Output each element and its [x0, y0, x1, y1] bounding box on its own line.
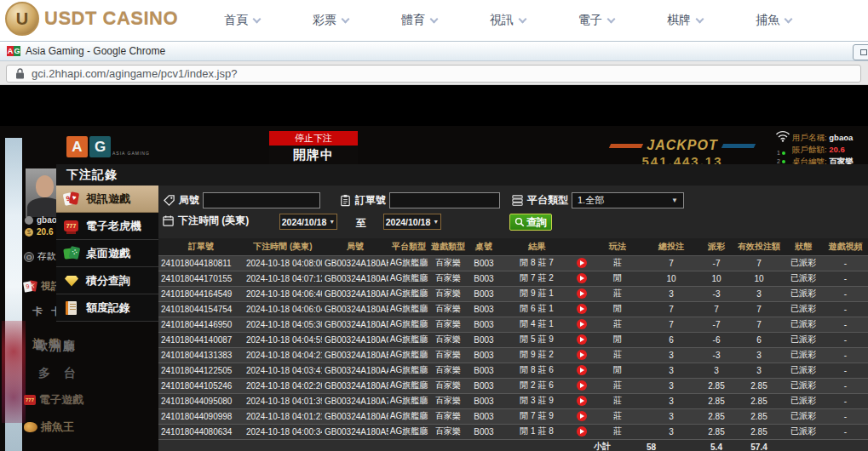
- opening-cards-status: 開牌中: [269, 146, 358, 165]
- cell-status: 已派彩: [784, 317, 823, 332]
- nav-item-sports[interactable]: 體育: [375, 13, 463, 28]
- play-video-button[interactable]: [577, 288, 587, 299]
- cell-round-no: GB00324A180AD: [322, 317, 388, 332]
- window-control-button[interactable]: [853, 44, 868, 60]
- cell-status: 已派彩: [784, 378, 823, 393]
- site-logo[interactable]: U USDT CASINO: [5, 2, 178, 36]
- sidebar-item-table-games[interactable]: ⁘ 桌面遊戲: [56, 240, 158, 267]
- header-row: 訂單號下注時間 (美東)局號平台類型遊戲類型桌號結果玩法總投注派彩有效投注額狀態…: [158, 238, 868, 255]
- cell-result: 閒 8 莊 7: [501, 255, 572, 271]
- nav-item-board[interactable]: 棋牌: [641, 13, 729, 28]
- cell-status: 已派彩: [784, 424, 823, 439]
- nav-item-fishing[interactable]: 捕魚: [729, 13, 818, 28]
- nav-item-live[interactable]: 視訊: [463, 13, 552, 28]
- platform-type-group: 平台類型 1.全部 ▼: [511, 192, 684, 208]
- cell-play-method: 閒: [591, 363, 644, 378]
- play-button-cell: [572, 363, 591, 378]
- order-number-input[interactable]: [389, 192, 500, 208]
- column-header-cell-game-type: 遊戲類型: [429, 238, 467, 255]
- cell-order-no: 241018044164549: [158, 286, 244, 301]
- address-field[interactable]: gci.2hhapi.com/agingame/pcv1/index.jsp?: [6, 65, 861, 83]
- chevron-down-icon: [253, 14, 262, 23]
- table-row: 2410180440950802024-10-18 04:01:39GB0032…: [158, 393, 868, 408]
- bet-record-modal: 下注記錄 9♥ 視訊遊戲 777 電子老虎機 ⁘ 桌面遊戲: [56, 164, 868, 451]
- cell-order-no: 241018044122505: [158, 363, 244, 378]
- cell-result: 閒 6 莊 1: [501, 301, 572, 317]
- window-titlebar: AG Asia Gaming - Google Chrome: [0, 41, 868, 61]
- cell-status: 已派彩: [784, 332, 823, 347]
- play-video-button[interactable]: [577, 304, 587, 314]
- video-blur-blob: [2, 321, 26, 423]
- bet-table-foot: 小計 58 5.4 57.4 總計 58 5.4: [158, 439, 868, 451]
- ag-page-content: A G ASIA GAMING 停止下注 開牌中 JACKPOT 541,443…: [0, 126, 868, 451]
- cell-bet-time: 2024-10-18 04:02:26: [244, 378, 322, 393]
- sidebar-item-quota-record[interactable]: 額度記錄: [56, 294, 158, 322]
- table-row: 2410180441225052024-10-18 04:03:41GB0032…: [158, 363, 868, 378]
- play-video-button[interactable]: [577, 258, 587, 268]
- play-video-button[interactable]: [577, 411, 587, 421]
- cell-order-no: 241018044131383: [158, 347, 244, 363]
- play-video-button[interactable]: [577, 273, 587, 283]
- chrome-popup-window: AG Asia Gaming - Google Chrome gci.2hhap…: [0, 41, 868, 451]
- subtotal-payout: 5.4: [698, 439, 734, 451]
- column-header-cell-platform: 平台類型: [388, 238, 429, 255]
- cell-bet-time: 2024-10-18 04:03:41: [244, 363, 322, 378]
- play-icon: [580, 398, 584, 403]
- play-icon: [580, 322, 584, 327]
- connection-user-info: 12 用戶名稱: gbaoa 賬戶餘額: 20.6 桌台編號: 百家樂: [773, 130, 868, 146]
- cell-table-no: B003: [467, 317, 501, 332]
- column-header-cell-play-method: 玩法: [591, 238, 644, 255]
- cell-game-type: 百家樂: [429, 378, 467, 393]
- deposit-button[interactable]: O 存款: [24, 250, 56, 263]
- caret-down-icon: ▼: [671, 197, 678, 204]
- sidebar-item-points-inquiry[interactable]: 積分查詢: [56, 267, 158, 294]
- cell-bet-time: 2024-10-18 04:06:04: [244, 301, 322, 317]
- column-header-cell-payout: 派彩: [698, 238, 734, 255]
- play-video-button[interactable]: [577, 365, 587, 375]
- cell-table-no: B003: [467, 332, 501, 347]
- sidebar-item-video-games[interactable]: 9♥ 視訊遊戲: [56, 186, 158, 213]
- play-icon: [580, 414, 584, 419]
- jackpot-bar-left: [609, 144, 644, 148]
- round-number-input[interactable]: [203, 192, 320, 208]
- table-row: 2410180441547542024-10-18 04:06:04GB0032…: [158, 301, 868, 317]
- date-to-picker[interactable]: 2024/10/18▼: [383, 214, 441, 230]
- slot-machine-icon: 777: [63, 219, 80, 234]
- chevron-down-icon: [342, 14, 350, 23]
- play-video-button[interactable]: [577, 334, 587, 345]
- nav-item-lottery[interactable]: 彩票: [286, 13, 375, 28]
- nav-item-home[interactable]: 首頁: [198, 13, 286, 28]
- nav-item-slots[interactable]: 電子: [552, 13, 641, 28]
- search-button[interactable]: 查詢: [509, 214, 552, 231]
- cell-result: 閒 4 莊 1: [501, 317, 572, 332]
- cell-valid-bet: 7: [734, 255, 784, 271]
- platform-type-label: 平台類型: [527, 193, 568, 208]
- play-video-button[interactable]: [577, 319, 587, 329]
- cell-bet-time: 2024-10-18 04:04:21: [244, 347, 322, 363]
- platform-type-select[interactable]: 1.全部 ▼: [572, 192, 684, 208]
- sidebar-item-slot-machine[interactable]: 777 電子老虎機: [56, 213, 158, 240]
- modal-panel: 局號 訂單號: [158, 186, 868, 451]
- round-number-label: 局號: [179, 193, 199, 208]
- cell-round-no: GB00324A180A8: [322, 378, 388, 393]
- cell-bet-time: 2024-10-18 04:07:12: [244, 271, 322, 286]
- play-video-button[interactable]: [577, 380, 587, 391]
- cell-video: -: [823, 317, 868, 332]
- cell-video: -: [823, 332, 868, 347]
- play-button-cell: [572, 408, 591, 424]
- table-games-icon: ⁘: [63, 246, 80, 261]
- cell-result: 閒 9 莊 1: [501, 286, 572, 301]
- table-row: 2410180441400872024-10-18 04:04:59GB0032…: [158, 332, 868, 347]
- date-from-picker[interactable]: 2024/10/18▼: [279, 214, 337, 230]
- column-header-cell-round-no: 局號: [322, 238, 388, 255]
- cell-game-type: 百家樂: [429, 301, 467, 317]
- play-video-button[interactable]: [577, 350, 587, 360]
- play-video-button[interactable]: [577, 396, 587, 406]
- cell-game-type: 百家樂: [429, 408, 467, 424]
- order-number-group: 訂單號: [339, 192, 500, 208]
- cell-game-type: 百家樂: [429, 255, 467, 271]
- lobby-balance: $ 20.6: [25, 227, 53, 237]
- bet-time-group: 下注時間 (美東): [162, 214, 249, 228]
- play-video-button[interactable]: [577, 426, 587, 437]
- cell-payout: 2.85: [698, 378, 734, 393]
